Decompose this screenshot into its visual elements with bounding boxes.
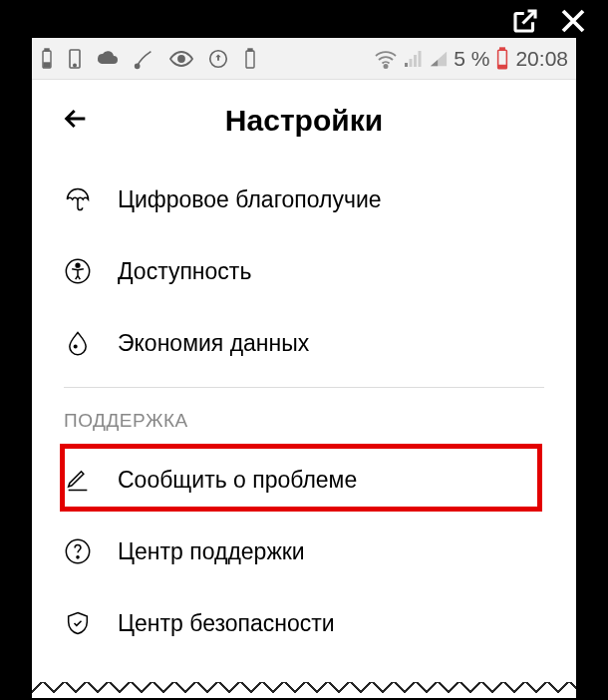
svg-point-19 (76, 263, 80, 267)
phone-rect-icon (68, 48, 82, 70)
umbrella-icon (64, 185, 92, 213)
cloud-icon (96, 50, 120, 68)
menu-item-report-problem[interactable]: Сообщить о проблеме (32, 444, 576, 516)
battery-empty-icon (243, 48, 257, 70)
battery-small-icon (40, 48, 54, 70)
battery-percent-text: 5 % (454, 47, 489, 71)
menu-label: Экономия данных (118, 330, 309, 357)
back-button[interactable] (60, 103, 92, 139)
svg-rect-12 (410, 59, 413, 67)
svg-point-4 (74, 64, 76, 66)
svg-point-6 (178, 56, 184, 62)
page-header: Настройки (32, 80, 576, 156)
close-icon[interactable] (558, 6, 588, 36)
svg-point-5 (136, 64, 140, 68)
svg-rect-1 (45, 49, 49, 51)
svg-rect-14 (419, 51, 422, 67)
section-header-support: ПОДДЕРЖКА (32, 388, 576, 444)
signal-2-icon (430, 50, 448, 68)
highlighted-wrapper: Сообщить о проблеме (32, 444, 576, 516)
menu-item-digital-wellbeing[interactable]: Цифровое благополучие (32, 164, 576, 235)
status-right: 5 % 20:08 (374, 47, 568, 71)
clock-text: 20:08 (515, 47, 568, 71)
settings-content: Цифровое благополучие Доступность (32, 156, 576, 667)
menu-item-safety-center[interactable]: Центр безопасности (32, 587, 576, 659)
brush-icon (134, 48, 155, 70)
menu-label: Центр поддержки (118, 538, 305, 565)
svg-point-22 (77, 556, 79, 558)
phone-screen: 5 % 20:08 Настройки (32, 38, 576, 698)
menu-item-support-center[interactable]: Центр поддержки (32, 516, 576, 587)
svg-rect-9 (248, 49, 252, 51)
open-external-icon[interactable] (510, 6, 540, 36)
svg-rect-17 (499, 65, 506, 67)
frame-top-controls (510, 6, 588, 36)
battery-low-icon (495, 47, 509, 71)
shield-check-icon (64, 609, 92, 637)
accessibility-icon (64, 257, 92, 285)
menu-item-data-saver[interactable]: Экономия данных (32, 307, 576, 379)
svg-rect-11 (405, 63, 408, 67)
status-left (40, 48, 257, 70)
status-bar: 5 % 20:08 (32, 38, 576, 80)
page-title: Настройки (60, 104, 548, 138)
svg-rect-16 (500, 48, 504, 50)
svg-rect-13 (414, 55, 417, 67)
pencil-edit-icon (64, 466, 92, 494)
wifi-icon (374, 49, 398, 69)
help-icon (64, 537, 92, 565)
svg-rect-2 (44, 63, 50, 67)
svg-point-10 (385, 64, 388, 67)
svg-point-20 (74, 345, 77, 348)
menu-label: Доступность (118, 258, 251, 285)
sync-icon (207, 48, 229, 70)
menu-item-accessibility[interactable]: Доступность (32, 235, 576, 307)
svg-rect-8 (246, 51, 254, 68)
device-frame: 5 % 20:08 Настройки (0, 0, 608, 700)
torn-edge (32, 682, 576, 698)
menu-label: Сообщить о проблеме (118, 467, 357, 494)
menu-label: Цифровое благополучие (118, 186, 382, 213)
drop-icon (64, 329, 92, 357)
menu-label: Центр безопасности (118, 610, 335, 637)
eye-icon (169, 50, 193, 68)
signal-1-icon (404, 50, 424, 68)
